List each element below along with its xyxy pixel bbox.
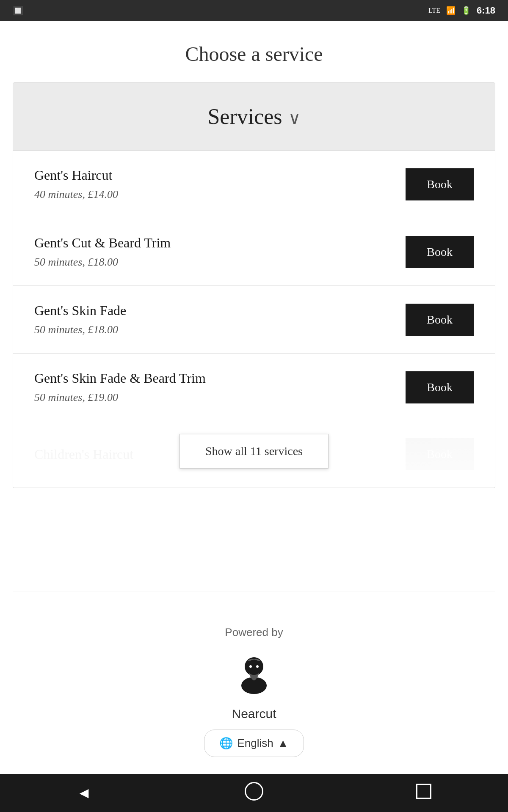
language-label: English [237, 737, 273, 750]
service-name: Gent's Cut & Beard Trim [34, 235, 171, 251]
service-info: Gent's Cut & Beard Trim 50 minutes, £18.… [34, 235, 171, 269]
service-row: Gent's Skin Fade & Beard Trim 50 minutes… [13, 354, 495, 421]
service-row: Gent's Cut & Beard Trim 50 minutes, £18.… [13, 218, 495, 286]
service-details: 50 minutes, £18.00 [34, 324, 126, 336]
service-row: Gent's Haircut 40 minutes, £14.00 Book [13, 151, 495, 218]
service-details: 50 minutes, £19.00 [34, 391, 206, 404]
home-button[interactable] [232, 778, 276, 809]
page-title: Choose a service [0, 21, 508, 82]
services-header-label: Services [207, 104, 282, 129]
powered-by-text: Powered by [225, 626, 283, 639]
battery-icon: 🔋 [461, 6, 471, 15]
svg-point-3 [256, 665, 259, 668]
book-button[interactable]: Book [406, 304, 474, 336]
globe-icon: 🌐 [219, 737, 233, 750]
service-details: 50 minutes, £18.00 [34, 256, 171, 269]
book-button[interactable]: Book [406, 168, 474, 200]
home-circle-icon [245, 782, 263, 801]
svg-point-2 [249, 665, 252, 668]
bottom-nav: ◄ [0, 774, 508, 812]
service-name: Gent's Haircut [34, 167, 118, 183]
footer: Powered by Nearcut 🌐 English ▲ [0, 592, 508, 774]
recents-square-icon [416, 784, 431, 799]
svg-point-0 [245, 657, 263, 676]
language-selector[interactable]: 🌐 English ▲ [204, 730, 304, 757]
service-name: Gent's Skin Fade & Beard Trim [34, 370, 206, 386]
show-all-overlay: Show all 11 services [13, 421, 495, 488]
services-header[interactable]: Services ∨ [13, 83, 495, 151]
status-bar: 🔲 LTE 📶 🔋 6:18 [0, 0, 508, 21]
book-button[interactable]: Book [406, 371, 474, 403]
service-details: 40 minutes, £14.00 [34, 188, 118, 201]
nearcut-logo [229, 647, 279, 698]
book-button[interactable]: Book [406, 236, 474, 268]
service-info: Gent's Skin Fade & Beard Trim 50 minutes… [34, 370, 206, 404]
app-icon: 🔲 [13, 6, 23, 15]
service-info: Gent's Haircut 40 minutes, £14.00 [34, 167, 118, 201]
main-content: Services ∨ Gent's Haircut 40 minutes, £1… [0, 82, 508, 566]
service-row: Gent's Skin Fade 50 minutes, £18.00 Book [13, 286, 495, 354]
service-info: Gent's Skin Fade 50 minutes, £18.00 [34, 303, 126, 336]
service-name: Gent's Skin Fade [34, 303, 126, 318]
lte-icon: LTE [428, 7, 440, 14]
back-button[interactable]: ◄ [64, 780, 105, 806]
show-all-button[interactable]: Show all 11 services [179, 434, 329, 469]
chevron-down-icon: ∨ [288, 109, 301, 128]
show-all-container: Children's Haircut Book Show all 11 serv… [13, 421, 495, 488]
nearcut-brand-name: Nearcut [232, 707, 276, 721]
recents-button[interactable] [403, 779, 444, 807]
services-panel: Services ∨ Gent's Haircut 40 minutes, £1… [13, 82, 495, 488]
status-time: 6:18 [477, 5, 495, 16]
signal-icon: 📶 [446, 6, 456, 15]
chevron-up-icon: ▲ [278, 737, 289, 750]
